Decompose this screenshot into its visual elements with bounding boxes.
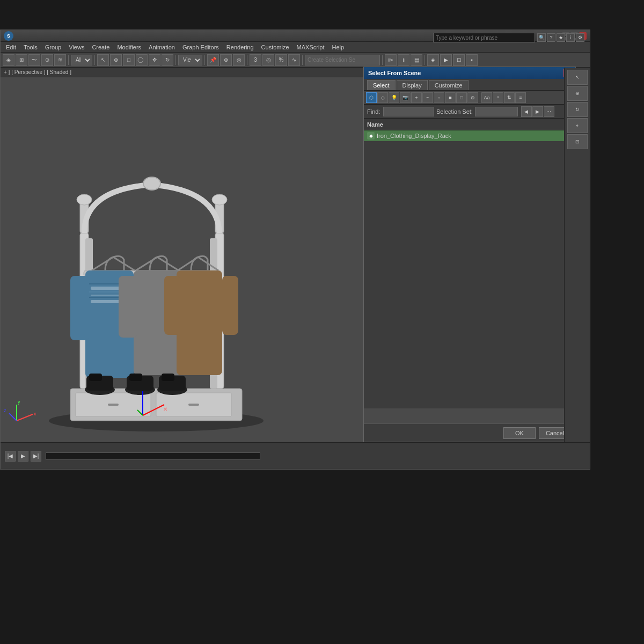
time-track[interactable] [46,452,260,460]
num3-btn[interactable]: 3 [250,54,261,66]
ok-button[interactable]: OK [503,427,536,439]
search-input[interactable] [433,33,535,42]
menu-help[interactable]: Help [329,43,348,52]
menu-graph-editors[interactable]: Graph Editors [179,43,222,52]
lasso-btn[interactable]: 〜 [28,54,40,66]
quick-render-btn[interactable]: ⊡ [453,54,465,66]
object-list[interactable]: ◆ Iron_Clothing_Display_Rack [364,130,575,408]
sort-btn[interactable]: ⇅ [504,92,515,103]
percent-btn[interactable]: % [275,54,287,66]
svg-text:z: z [4,408,6,413]
camera-filter-btn[interactable]: 📷 [400,92,411,103]
sidebar-btn-5[interactable]: ⊡ [567,134,588,149]
name-label: Name [367,121,383,128]
named-selection-input[interactable] [305,55,380,65]
menu-tools[interactable]: Tools [20,43,41,52]
layer-btn[interactable]: ▤ [411,54,422,66]
menu-modifiers[interactable]: Modifiers [114,43,144,52]
tab-display[interactable]: Display [397,80,428,90]
spacewarp-filter-btn[interactable]: ~ [422,92,433,103]
rotate-btn[interactable]: ↻ [162,54,173,66]
render-target-btn[interactable]: ⊕ [220,54,232,66]
select-move-btn[interactable]: ⊕ [110,54,122,66]
list-view-btn[interactable]: ≡ [515,92,526,103]
viewport-area: + ] [ Perspective ] [ Shaded ] Total Pol… [1,68,363,443]
list-item[interactable]: ◆ Iron_Clothing_Display_Rack [364,130,575,141]
menu-views[interactable]: Views [65,43,87,52]
select-tool-btn[interactable]: ◈ [3,54,14,66]
bone-filter-btn[interactable]: ◦ [434,92,444,103]
menu-animation[interactable]: Animation [145,43,178,52]
all-filter-btn[interactable]: ■ [445,92,456,103]
select-region-btn[interactable]: ⊞ [16,54,27,66]
search-bar-area: 🔍 ? ★ i ⚙ [433,33,584,42]
menu-maxscript[interactable]: MAXScript [294,43,328,52]
render-setup-btn[interactable]: ▶ [440,54,452,66]
material-editor-btn[interactable]: ◈ [427,54,439,66]
filter-dropdown[interactable]: All [71,55,92,65]
sidebar-btn-2[interactable]: ⊕ [567,86,588,101]
invert-filter-btn[interactable]: ⊘ [467,92,478,103]
light-filter-btn[interactable]: 💡 [389,92,399,103]
search-icon[interactable]: 🔍 [537,33,546,42]
tab-customize[interactable]: Customize [429,80,469,90]
helper-filter-btn[interactable]: + [411,92,422,103]
object-name-label: Iron_Clothing_Display_Rack [377,133,451,139]
svg-rect-40 [89,374,102,381]
sep6 [302,55,303,65]
none-filter-btn[interactable]: □ [456,92,467,103]
app-logo: S [4,31,13,41]
dialog-title: Select From Scene [368,70,421,76]
select-btn[interactable]: ↖ [97,54,109,66]
shape-filter-btn[interactable]: ◇ [377,92,388,103]
sep5 [247,55,247,65]
sep7 [382,55,383,65]
geometry-filter-btn[interactable]: ⬡ [366,92,377,103]
settings-icon[interactable]: ⚙ [576,33,584,42]
menu-create[interactable]: Create [89,43,113,52]
sidebar-btn-1[interactable]: ↖ [567,70,588,85]
dialog-toolbar: ⬡ ◇ 💡 📷 + ~ ◦ ■ □ ⊘ Aa * ⇅ ≡ [364,91,575,105]
find-options-btn[interactable]: ⋯ [544,106,554,117]
find-label: Find: [367,108,381,115]
question-icon[interactable]: ? [547,33,555,42]
rectangle-select-btn[interactable]: □ [123,54,135,66]
snap-btn[interactable]: ◎ [262,54,274,66]
case-btn[interactable]: Aa [481,92,492,103]
prev-frame-btn[interactable]: |◀ [5,451,16,462]
selection-set-input[interactable] [475,107,518,116]
menu-edit[interactable]: Edit [3,43,19,52]
render-pin-btn[interactable]: 📌 [207,54,219,66]
find-prev-btn[interactable]: ◀ [521,106,532,117]
menu-rendering[interactable]: Rendering [223,43,257,52]
dialog-title-bar: Select From Scene ✕ [364,67,575,79]
menu-customize[interactable]: Customize [258,43,292,52]
align-btn[interactable]: ⫿ [398,54,409,66]
sep2 [94,55,95,65]
extra2-btn[interactable]: ∿ [288,54,300,66]
next-frame-btn[interactable]: ▶| [31,451,41,462]
mirror-btn[interactable]: ⧐ [385,54,397,66]
dialog-footer: OK Cancel [364,423,575,442]
find-next-btn[interactable]: ▶ [532,106,543,117]
viewport-content[interactable]: Total Polys: 193 632 Verts: 100 271 FPS:… [1,77,363,443]
info-icon[interactable]: i [566,33,575,42]
dialog-tabs: Select Display Customize [364,79,575,91]
move-btn[interactable]: ✥ [149,54,160,66]
render-snap-btn[interactable]: ◎ [233,54,245,66]
star-icon[interactable]: ★ [557,33,565,42]
tab-select[interactable]: Select [367,80,396,90]
play-btn[interactable]: ▶ [18,451,28,462]
wildcard-btn[interactable]: * [493,92,503,103]
extra-btn[interactable]: ≋ [54,54,66,66]
paint-select-btn[interactable]: ⊙ [41,54,53,66]
render-frame-btn[interactable]: ▪ [466,54,478,66]
lasso-select-btn[interactable]: ⃝ [136,54,148,66]
sidebar-btn-4[interactable]: ⌖ [567,118,588,133]
3d-scene-svg: ✕ x y z [1,77,363,443]
sidebar-btn-3[interactable]: ↻ [567,102,588,117]
find-input[interactable] [383,107,434,116]
menu-group[interactable]: Group [42,43,65,52]
sep3 [175,55,176,65]
view-dropdown[interactable]: View [178,55,202,65]
